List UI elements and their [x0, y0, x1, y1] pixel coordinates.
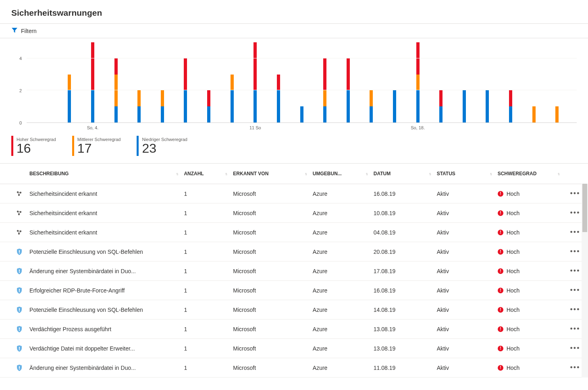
chart-bar[interactable] — [476, 42, 499, 122]
chart-bar[interactable] — [545, 42, 569, 122]
cell-date: 10.08.19 — [370, 203, 434, 223]
col-count-header[interactable]: Anzahl ↑↓ — [181, 164, 230, 184]
chart-bar[interactable] — [197, 42, 220, 122]
cell-count: 1 — [181, 319, 230, 339]
chart-bar[interactable] — [267, 42, 290, 122]
cell-detected: Microsoft — [230, 242, 309, 261]
more-actions-button[interactable]: ••• — [570, 209, 580, 217]
cell-date: 04.08.19 — [370, 223, 434, 242]
cell-description: Änderung einer Systembinärdatei in Duo..… — [26, 261, 181, 281]
svg-rect-9 — [19, 250, 20, 252]
col-severity-header[interactable]: Schweregrad ↑↓ — [495, 164, 562, 184]
cell-description: Potenzielle Einschleusung von SQL-Befehl… — [26, 242, 181, 261]
summary-medium-bar — [72, 136, 74, 156]
cell-description: Potenzielle Einschleusung von SQL-Befehl… — [26, 300, 181, 319]
cell-date: 11.08.19 — [370, 358, 434, 378]
chart-bar[interactable] — [290, 42, 314, 122]
cell-count: 1 — [181, 358, 230, 378]
cell-count: 1 — [181, 223, 230, 242]
cell-description: Verdächtiger Prozess ausgeführt — [26, 319, 181, 339]
cell-description: Erfolgreicher RDP-Brute-Force-Angriff — [26, 281, 181, 300]
shield-icon — [0, 319, 26, 339]
table-row[interactable]: Sicherheitsincident erkannt1MicrosoftAzu… — [0, 184, 588, 203]
chart-bar[interactable] — [243, 42, 267, 122]
severity-summary: Hoher Schweregrad 16 Mittlerer Schweregr… — [0, 130, 588, 163]
chart-bar[interactable] — [499, 42, 522, 122]
severity-high-icon: ! — [498, 307, 503, 313]
table-row[interactable]: Änderung einer Systembinärdatei in Duo..… — [0, 261, 588, 281]
severity-high-icon: ! — [498, 365, 503, 371]
table-row[interactable]: Potenzielle Einschleusung von SQL-Befehl… — [0, 300, 588, 319]
col-env-header[interactable]: Umgebun... ↑↓ — [310, 164, 370, 184]
more-actions-button[interactable]: ••• — [570, 344, 580, 352]
table-row[interactable]: Sicherheitsincident erkannt1MicrosoftAzu… — [0, 223, 588, 242]
cell-date: 13.08.19 — [370, 319, 434, 339]
cell-detected: Microsoft — [230, 339, 309, 358]
chart-bar[interactable] — [522, 42, 546, 122]
scrollbar-thumb[interactable] — [582, 184, 587, 232]
svg-rect-21 — [19, 366, 20, 368]
more-actions-button[interactable]: ••• — [570, 228, 580, 236]
incident-icon — [0, 184, 26, 203]
shield-icon — [0, 339, 26, 358]
more-actions-button[interactable]: ••• — [570, 189, 580, 197]
chart-bar[interactable] — [429, 42, 453, 122]
more-actions-button[interactable]: ••• — [570, 363, 580, 371]
col-date-header[interactable]: Datum ↑↓ — [370, 164, 434, 184]
more-actions-button[interactable]: ••• — [570, 267, 580, 275]
table-row[interactable]: Potenzielle Einschleusung von SQL-Befehl… — [0, 242, 588, 261]
col-status-header[interactable]: Status ↑↓ — [434, 164, 495, 184]
cell-description: Verdächtige Datei mit doppelter Erweiter… — [26, 339, 181, 358]
shield-icon — [0, 261, 26, 281]
svg-rect-10 — [19, 253, 20, 253]
chart-bar[interactable] — [58, 42, 81, 122]
scrollbar[interactable] — [582, 184, 588, 378]
summary-high[interactable]: Hoher Schweregrad 16 — [11, 136, 56, 156]
table-row[interactable]: Verdächtige Datei mit doppelter Erweiter… — [0, 339, 588, 358]
cell-severity: !Hoch — [495, 261, 562, 281]
chart-bar[interactable] — [406, 42, 430, 122]
more-actions-button[interactable]: ••• — [570, 247, 580, 255]
more-actions-button[interactable]: ••• — [570, 325, 580, 333]
cell-environment: Azure — [310, 223, 370, 242]
chart-bar[interactable] — [453, 42, 476, 122]
more-actions-button[interactable]: ••• — [570, 286, 580, 294]
cell-severity: !Hoch — [495, 184, 562, 203]
cell-date: 14.08.19 — [370, 300, 434, 319]
chart-bar[interactable] — [313, 42, 337, 122]
chart-bar[interactable] — [337, 42, 360, 122]
alerts-chart: 024 So, 4.11 SoSo, 18. — [0, 38, 588, 130]
cell-status: Aktiv — [434, 242, 495, 261]
chart-y-axis: 024 — [11, 42, 27, 123]
chart-bar[interactable] — [127, 42, 151, 122]
chart-bar[interactable] — [220, 42, 244, 122]
more-actions-button[interactable]: ••• — [570, 305, 580, 313]
col-detected-header[interactable]: Erkannt von ↑↓ — [230, 164, 309, 184]
cell-severity: !Hoch — [495, 223, 562, 242]
summary-low-count: 23 — [142, 142, 187, 155]
cell-detected: Microsoft — [230, 300, 309, 319]
chart-bar[interactable] — [174, 42, 197, 122]
summary-low[interactable]: Niedriger Schweregrad 23 — [137, 136, 187, 156]
filter-button[interactable]: Filtern — [0, 23, 588, 38]
table-row[interactable]: Sicherheitsincident erkannt1MicrosoftAzu… — [0, 203, 588, 223]
chart-bar[interactable] — [360, 42, 383, 122]
table-row[interactable]: Erfolgreicher RDP-Brute-Force-Angriff1Mi… — [0, 281, 588, 300]
alerts-table: Beschreibung ↑↓ Anzahl ↑↓ Erkannt von ↑↓… — [0, 164, 588, 378]
table-row[interactable]: Änderung einer Systembinärdatei in Duo..… — [0, 358, 588, 378]
chart-bar[interactable] — [383, 42, 406, 122]
svg-rect-13 — [19, 289, 20, 291]
cell-severity: !Hoch — [495, 319, 562, 339]
chart-bar[interactable] — [104, 42, 128, 122]
severity-high-icon: ! — [498, 210, 503, 216]
col-description-header[interactable]: Beschreibung ↑↓ — [26, 164, 181, 184]
cell-count: 1 — [181, 281, 230, 300]
summary-medium[interactable]: Mittlerer Schweregrad 17 — [72, 136, 121, 156]
chart-bar[interactable] — [81, 42, 104, 122]
cell-environment: Azure — [310, 319, 370, 339]
svg-rect-19 — [19, 347, 20, 349]
chart-bar[interactable] — [35, 42, 58, 122]
chart-bar[interactable] — [151, 42, 174, 122]
table-row[interactable]: Verdächtiger Prozess ausgeführt1Microsof… — [0, 319, 588, 339]
table-header-row: Beschreibung ↑↓ Anzahl ↑↓ Erkannt von ↑↓… — [0, 164, 588, 184]
